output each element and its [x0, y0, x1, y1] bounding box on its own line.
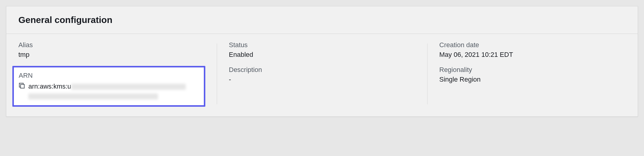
arn-prefix: arn:aws:kms:u — [28, 83, 71, 90]
column-2: Status Enabled Description - — [217, 41, 427, 107]
status-label: Status — [229, 41, 415, 49]
regionality-field: Regionality Single Region — [439, 66, 626, 83]
alias-field: Alias tmp — [18, 41, 205, 59]
svg-rect-0 — [21, 84, 24, 88]
regionality-label: Regionality — [439, 66, 626, 74]
arn-label: ARN — [19, 72, 199, 80]
panel-body: Alias tmp ARN arn:aws:kms:u — [6, 34, 638, 116]
panel-header: General configuration — [6, 6, 638, 34]
alias-label: Alias — [18, 41, 205, 49]
column-3: Creation date May 06, 2021 10:21 EDT Reg… — [427, 41, 638, 107]
panel-title: General configuration — [18, 15, 626, 25]
arn-highlight-box: ARN arn:aws:kms:u — [12, 66, 205, 107]
copy-icon[interactable] — [19, 83, 25, 90]
regionality-value: Single Region — [439, 76, 626, 83]
general-configuration-panel: General configuration Alias tmp ARN — [6, 6, 638, 117]
creation-date-label: Creation date — [439, 41, 626, 49]
description-field: Description - — [229, 66, 415, 83]
arn-redacted-portion-2 — [28, 93, 158, 99]
status-value: Enabled — [229, 51, 415, 59]
description-value: - — [229, 76, 415, 83]
creation-date-field: Creation date May 06, 2021 10:21 EDT — [439, 41, 626, 59]
description-label: Description — [229, 66, 415, 74]
arn-value: arn:aws:kms:u — [28, 82, 186, 100]
alias-value: tmp — [18, 51, 205, 59]
status-field: Status Enabled — [229, 41, 415, 59]
creation-date-value: May 06, 2021 10:21 EDT — [439, 51, 626, 59]
column-1: Alias tmp ARN arn:aws:kms:u — [6, 41, 217, 107]
arn-field: arn:aws:kms:u — [19, 82, 199, 100]
arn-redacted-portion — [71, 84, 186, 90]
